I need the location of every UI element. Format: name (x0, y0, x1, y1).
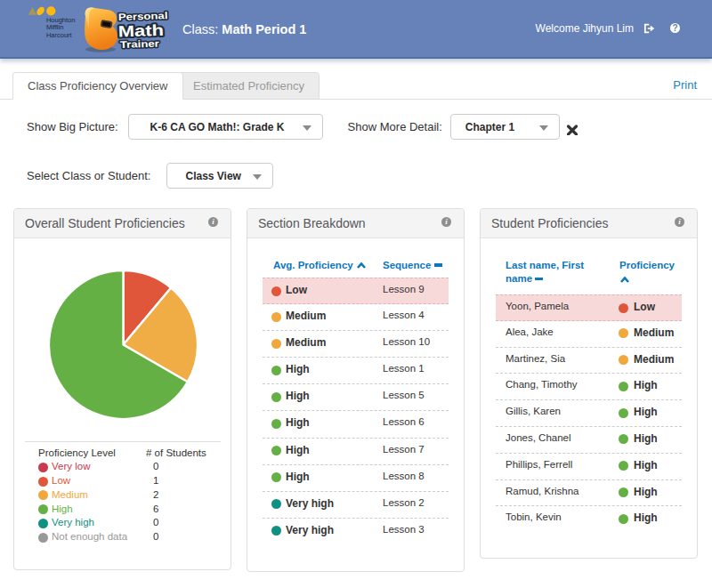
svg-text:Trainer: Trainer (120, 38, 160, 51)
svg-text:Harcourt: Harcourt (46, 31, 73, 39)
